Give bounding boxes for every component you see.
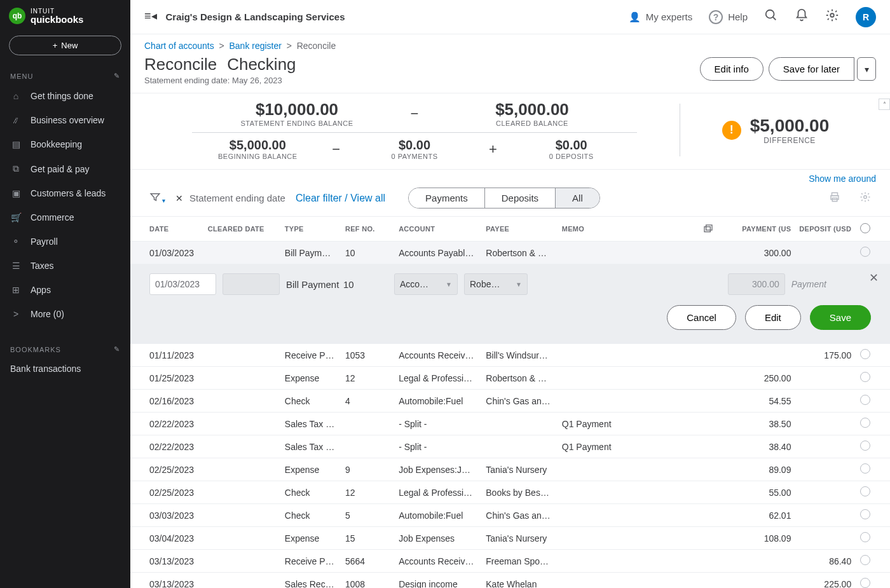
table-row[interactable]: 02/16/2023Check4Automobile:FuelChin's Ga… (130, 390, 890, 413)
print-icon[interactable] (829, 191, 840, 205)
cell: Receive P… (281, 550, 341, 573)
table-row[interactable]: 03/13/2023Sales Rec…1008Design incomeKat… (130, 573, 890, 589)
col-cleared[interactable]: CLEARED DATE (204, 217, 281, 242)
col-payee[interactable]: PAYEE (482, 217, 558, 242)
cell: 300.00 (728, 242, 795, 264)
cell: Expense (281, 527, 341, 550)
editor-amount-input[interactable]: 300.00 (728, 273, 785, 295)
sidebar-item[interactable]: ⫽Business overview (0, 108, 130, 132)
sidebar-item[interactable]: ⊞Apps (0, 278, 130, 302)
sidebar-item[interactable]: ⧉Get paid & pay (0, 156, 130, 181)
clear-filter-link[interactable]: Clear filter / View all (296, 193, 385, 204)
table-row[interactable]: 01/11/2023Receive P…1053Accounts Receiv…… (130, 344, 890, 367)
edit-info-button[interactable]: Edit info (700, 57, 763, 81)
col-type[interactable]: TYPE (281, 217, 341, 242)
close-icon[interactable]: ✕ (869, 271, 879, 285)
deposits-caption: 0 DEPOSITS (505, 153, 637, 160)
table-row[interactable]: 01/03/2023Bill Paym…10Accounts Payabl…Ro… (130, 242, 890, 264)
pencil-icon[interactable]: ✎ (114, 72, 120, 80)
transactions-table-wrap: DATE CLEARED DATE TYPE REF NO. ACCOUNT P… (130, 216, 890, 588)
search-icon[interactable] (764, 8, 778, 25)
bell-icon[interactable] (795, 8, 809, 25)
seg-all[interactable]: All (555, 188, 599, 208)
cell: Books by Bes… (482, 481, 558, 504)
svg-point-6 (864, 195, 867, 198)
cell (204, 573, 281, 589)
bookmark-item[interactable]: Bank transactions (0, 357, 130, 380)
col-account[interactable]: ACCOUNT (395, 217, 482, 242)
editor-date-input[interactable] (149, 273, 216, 295)
my-experts-link[interactable]: 👤 My experts (629, 11, 692, 23)
hamburger-icon[interactable]: ≡◂ (144, 9, 157, 23)
breadcrumb-register[interactable]: Bank register (229, 41, 281, 51)
pencil-icon[interactable]: ✎ (114, 345, 120, 353)
table-row[interactable]: 03/13/2023Receive P…5664Accounts Receiv…… (130, 550, 890, 573)
table-row[interactable]: 02/25/2023Check12Legal & Professi…Books … (130, 481, 890, 504)
row-select-radio[interactable] (855, 435, 890, 458)
cell (204, 550, 281, 573)
row-select-radio[interactable] (855, 550, 890, 573)
col-deposit[interactable]: DEPOSIT (USD (795, 217, 855, 242)
col-date[interactable]: DATE (130, 217, 204, 242)
table-row[interactable]: 01/25/2023Expense12Legal & Professi…Robe… (130, 367, 890, 390)
table-row[interactable]: 02/25/2023Expense9Job Expenses:J…Tania's… (130, 458, 890, 481)
new-button[interactable]: + New (9, 36, 121, 55)
show-me-around-link[interactable]: Show me around (809, 174, 876, 184)
row-select-radio[interactable] (855, 504, 890, 527)
cell: Chin's Gas an… (482, 504, 558, 527)
editor-account-select[interactable]: Acco…▼ (394, 273, 458, 295)
table-row[interactable]: 03/04/2023Expense15Job ExpensesTania's N… (130, 527, 890, 550)
sidebar-item[interactable]: 🛒Commerce (0, 205, 130, 229)
save-for-later-button[interactable]: Save for later (769, 57, 854, 81)
row-select-radio[interactable] (855, 573, 890, 589)
cell (558, 573, 688, 589)
gear-icon[interactable] (825, 8, 839, 25)
table-row[interactable]: 03/03/2023Check5Automobile:FuelChin's Ga… (130, 504, 890, 527)
editor-payee-select[interactable]: Robe…▼ (464, 273, 528, 295)
edit-button[interactable]: Edit (745, 305, 801, 330)
row-select-radio[interactable] (855, 344, 890, 367)
col-ref[interactable]: REF NO. (341, 217, 395, 242)
filter-icon[interactable] (149, 191, 161, 205)
collapse-summary-button[interactable]: ˄ (879, 99, 890, 110)
table-row[interactable]: 02/22/2023Sales Tax …- Split -Q1 Payment… (130, 435, 890, 458)
cell (688, 344, 728, 367)
table-settings-gear-icon[interactable] (859, 191, 871, 205)
cancel-button[interactable]: Cancel (667, 305, 736, 330)
cell: Job Expenses (395, 527, 482, 550)
col-payment[interactable]: PAYMENT (US (728, 217, 795, 242)
editor-cleared-input[interactable] (222, 273, 280, 295)
row-select-radio[interactable] (855, 367, 890, 390)
sidebar-item[interactable]: >More (0) (0, 302, 130, 326)
sidebar-item[interactable]: ▣Customers & leads (0, 181, 130, 205)
stmt-ending-balance: $10,000.00 (192, 100, 402, 120)
svg-rect-8 (706, 225, 711, 230)
sidebar-item[interactable]: ⌂Get things done (0, 84, 130, 108)
row-select-radio[interactable] (855, 458, 890, 481)
avatar[interactable]: R (856, 7, 876, 27)
save-dropdown-caret[interactable]: ▾ (857, 57, 876, 81)
cell (688, 242, 728, 264)
col-checkbox[interactable] (855, 217, 890, 242)
sidebar-item[interactable]: ▤Bookkeeping (0, 132, 130, 156)
row-select-radio[interactable] (855, 390, 890, 413)
help-link[interactable]: ? Help (709, 10, 748, 24)
clear-filter-x-icon[interactable]: ✕ (175, 193, 183, 203)
sidebar-item[interactable]: ⚬Payroll (0, 229, 130, 254)
chevron-down-icon: ▾ (865, 64, 869, 74)
row-select-radio[interactable] (855, 242, 890, 264)
seg-deposits[interactable]: Deposits (484, 188, 555, 208)
sidebar-item-label: Get paid & pay (31, 164, 90, 174)
sidebar-item[interactable]: ☰Taxes (0, 254, 130, 278)
col-window-icon[interactable] (688, 217, 728, 242)
row-select-radio[interactable] (855, 527, 890, 550)
col-memo[interactable]: MEMO (558, 217, 688, 242)
breadcrumb-current: Reconcile (297, 41, 336, 51)
seg-payments[interactable]: Payments (409, 188, 484, 208)
row-select-radio[interactable] (855, 481, 890, 504)
save-button[interactable]: Save (810, 305, 871, 330)
breadcrumb-chart[interactable]: Chart of accounts (144, 41, 214, 51)
table-row[interactable]: 02/22/2023Sales Tax …- Split -Q1 Payment… (130, 413, 890, 435)
row-select-radio[interactable] (855, 413, 890, 435)
cell (204, 344, 281, 367)
